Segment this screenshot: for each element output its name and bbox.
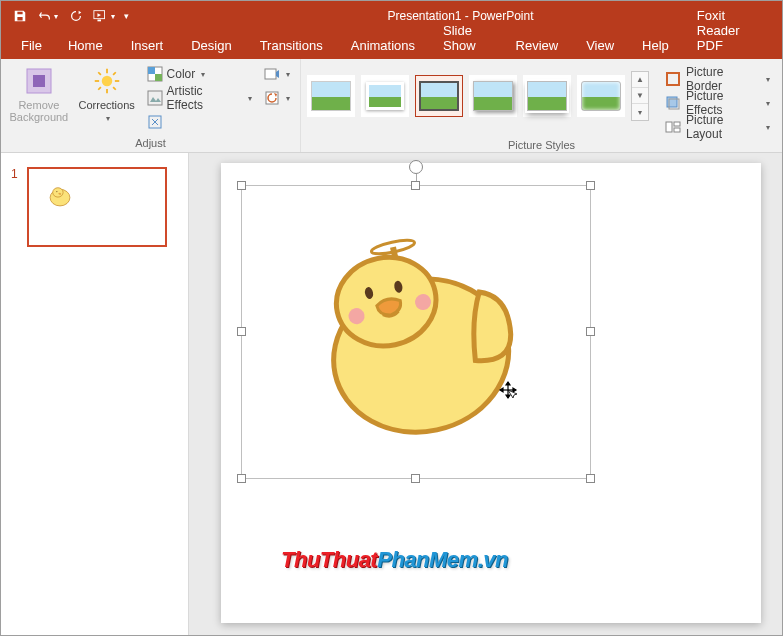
slide-panel: 1: [1, 153, 189, 635]
picture-layout-label: Picture Layout: [686, 113, 759, 141]
remove-background-button[interactable]: Remove Background: [7, 63, 71, 123]
slide-thumbnail-1[interactable]: 1: [11, 167, 178, 247]
color-icon: [147, 66, 163, 82]
tab-view[interactable]: View: [572, 32, 628, 59]
picture-selection-box[interactable]: [241, 185, 591, 479]
watermark-part1: ThuThuat: [281, 547, 377, 572]
picture-style-gallery: ▲ ▼ ▾: [307, 63, 649, 121]
artistic-effects-button[interactable]: Artistic Effects▾: [143, 87, 256, 109]
move-cursor-icon: [498, 380, 518, 404]
title-bar: ▾ ▾ ▾ Presentation1 - PowerPoint: [1, 1, 782, 31]
corrections-label: Corrections: [79, 99, 135, 111]
svg-line-10: [113, 87, 116, 90]
svg-rect-20: [667, 73, 679, 85]
reset-icon: [264, 90, 280, 106]
undo-button[interactable]: ▾: [35, 3, 61, 29]
resize-handle-bm[interactable]: [411, 474, 420, 483]
svg-rect-23: [666, 122, 672, 132]
style-thumb-4[interactable]: [469, 75, 517, 117]
color-label: Color: [167, 67, 196, 81]
border-icon: [665, 71, 681, 87]
gallery-up-button[interactable]: ▲: [632, 72, 648, 88]
resize-handle-bl[interactable]: [237, 474, 246, 483]
tab-transitions[interactable]: Transitions: [246, 32, 337, 59]
save-button[interactable]: [7, 3, 33, 29]
resize-handle-ml[interactable]: [237, 327, 246, 336]
svg-rect-16: [148, 91, 162, 105]
slide-canvas[interactable]: ThuThuatPhanMem.vn: [221, 163, 761, 623]
tab-insert[interactable]: Insert: [117, 32, 178, 59]
tab-slideshow[interactable]: Slide Show: [429, 17, 501, 59]
workspace: 1: [1, 153, 782, 635]
style-thumb-1[interactable]: [307, 75, 355, 117]
adjust-group-label: Adjust: [1, 137, 300, 152]
watermark: ThuThuatPhanMem.vn: [281, 547, 508, 573]
svg-rect-18: [265, 69, 276, 79]
svg-rect-3: [33, 75, 45, 87]
ribbon-tabs: File Home Insert Design Transitions Anim…: [1, 31, 782, 59]
svg-rect-24: [674, 122, 680, 126]
watermark-part3: .vn: [478, 547, 508, 572]
remove-background-label: Remove Background: [7, 99, 71, 123]
gallery-down-button[interactable]: ▼: [632, 88, 648, 104]
picture-layout-button[interactable]: Picture Layout▾: [659, 115, 776, 139]
tab-file[interactable]: File: [9, 32, 54, 59]
gallery-more-button[interactable]: ▾: [632, 104, 648, 120]
tab-home[interactable]: Home: [54, 32, 117, 59]
watermark-part2: PhanMem: [377, 547, 477, 572]
tab-design[interactable]: Design: [177, 32, 245, 59]
change-picture-icon: [264, 66, 280, 82]
compress-icon: [147, 114, 163, 130]
sun-icon: [91, 65, 123, 97]
tab-help[interactable]: Help: [628, 32, 683, 59]
picture-border-button[interactable]: Picture Border▾: [659, 67, 776, 91]
customize-qat-button[interactable]: ▾: [119, 3, 133, 29]
tab-foxit[interactable]: Foxit Reader PDF: [683, 2, 782, 59]
svg-line-11: [98, 87, 101, 90]
svg-point-4: [101, 76, 112, 87]
layout-icon: [665, 119, 681, 135]
svg-rect-25: [674, 128, 680, 132]
resize-handle-tl[interactable]: [237, 181, 246, 190]
ribbon: Remove Background Corrections ▾ Color▾ A…: [1, 59, 782, 153]
canvas-area[interactable]: ThuThuatPhanMem.vn: [189, 153, 782, 635]
ribbon-group-picture-styles: ▲ ▼ ▾ Picture Border▾ Picture Effects▾ P…: [301, 59, 782, 152]
svg-rect-1: [97, 20, 101, 22]
slide-number: 1: [11, 167, 21, 247]
artistic-icon: [147, 90, 163, 106]
svg-point-28: [56, 191, 57, 192]
artistic-label: Artistic Effects: [167, 84, 242, 112]
color-button[interactable]: Color▾: [143, 63, 256, 85]
tab-review[interactable]: Review: [502, 32, 573, 59]
reset-picture-button[interactable]: ▾: [260, 87, 294, 109]
resize-handle-mr[interactable]: [586, 327, 595, 336]
effects-icon: [665, 95, 681, 111]
style-thumb-5[interactable]: [523, 75, 571, 117]
resize-handle-br[interactable]: [586, 474, 595, 483]
svg-point-27: [53, 188, 63, 197]
svg-line-12: [113, 72, 116, 75]
slide-preview: [27, 167, 167, 247]
compress-pictures-button[interactable]: [143, 111, 256, 133]
rotate-handle[interactable]: [409, 160, 423, 174]
redo-button[interactable]: [63, 3, 89, 29]
corrections-button[interactable]: Corrections ▾: [75, 63, 139, 125]
chick-thumb-icon: [47, 183, 73, 211]
gallery-nav: ▲ ▼ ▾: [631, 71, 649, 121]
style-thumb-2[interactable]: [361, 75, 409, 117]
svg-line-9: [98, 72, 101, 75]
picture-styles-group-label: Picture Styles: [301, 139, 782, 154]
style-thumb-6[interactable]: [577, 75, 625, 117]
resize-handle-tr[interactable]: [586, 181, 595, 190]
quick-access-toolbar: ▾ ▾ ▾: [1, 3, 139, 29]
resize-handle-tm[interactable]: [411, 181, 420, 190]
change-picture-button[interactable]: ▾: [260, 63, 294, 85]
style-thumb-3[interactable]: [415, 75, 463, 117]
picture-effects-button[interactable]: Picture Effects▾: [659, 91, 776, 115]
start-from-beginning-button[interactable]: ▾: [91, 3, 117, 29]
ribbon-group-adjust: Remove Background Corrections ▾ Color▾ A…: [1, 59, 301, 152]
svg-rect-14: [148, 67, 155, 74]
chick-image[interactable]: [302, 226, 532, 450]
svg-rect-15: [155, 74, 162, 81]
tab-animations[interactable]: Animations: [337, 32, 429, 59]
